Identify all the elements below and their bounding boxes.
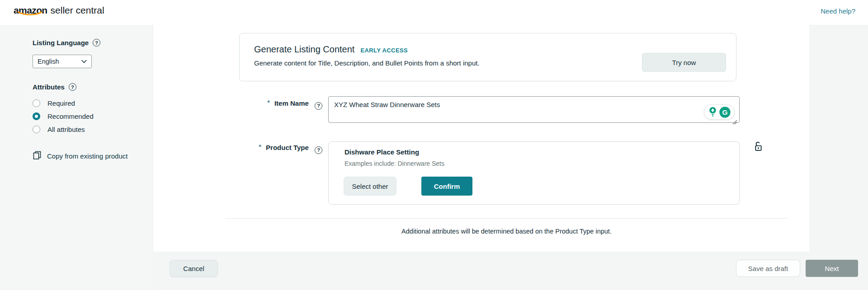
unlocked-padlock-icon bbox=[752, 140, 764, 154]
radio-label: Required bbox=[47, 99, 75, 107]
generate-card-title-row: Generate Listing Content EARLY ACCESS bbox=[254, 44, 408, 55]
chevron-down-icon bbox=[81, 60, 87, 63]
product-type-card: Dishware Place Setting Examples include:… bbox=[328, 141, 740, 205]
early-access-badge: EARLY ACCESS bbox=[360, 47, 408, 54]
grammarly-logo-icon[interactable]: G bbox=[719, 106, 731, 118]
grammarly-widget[interactable]: G bbox=[704, 104, 735, 120]
radio-label: Recommended bbox=[47, 112, 94, 120]
listing-language-select[interactable]: English bbox=[33, 55, 92, 68]
attributes-option-recommended[interactable]: Recommended bbox=[33, 112, 94, 120]
item-name-label: Item Name bbox=[274, 99, 309, 107]
radio-unselected-icon[interactable] bbox=[33, 99, 40, 107]
product-type-actions: Select other Confirm bbox=[344, 177, 472, 196]
amazon-wordmark: amazon bbox=[14, 5, 47, 16]
generate-card-subtitle: Generate content for Title, Description,… bbox=[254, 59, 480, 67]
confirm-button[interactable]: Confirm bbox=[421, 177, 472, 196]
generate-listing-content-card: Generate Listing Content EARLY ACCESS Ge… bbox=[239, 33, 736, 81]
required-asterisk: * bbox=[259, 143, 261, 150]
grammarly-suggestion-bulb-icon[interactable] bbox=[708, 106, 717, 118]
radio-unselected-icon[interactable] bbox=[33, 126, 40, 133]
copy-icon bbox=[33, 150, 42, 162]
copy-from-existing-product-link[interactable]: Copy from existing product bbox=[33, 150, 127, 162]
save-as-draft-button[interactable]: Save as draft bbox=[736, 260, 800, 277]
product-type-label-row: * Product Type ? bbox=[214, 143, 322, 154]
next-button[interactable]: Next bbox=[806, 260, 858, 277]
radio-label: All attributes bbox=[47, 126, 85, 133]
item-name-input[interactable]: XYZ Wheat Straw Dinnerware Sets bbox=[328, 96, 740, 123]
listing-language-label: Listing Language bbox=[33, 39, 89, 47]
need-help-link[interactable]: Need help? bbox=[821, 7, 855, 15]
listing-language-value: English bbox=[38, 58, 59, 65]
listing-language-label-row: Listing Language ? bbox=[33, 39, 100, 47]
cancel-button[interactable]: Cancel bbox=[170, 260, 218, 277]
product-type-selected-name: Dishware Place Setting bbox=[344, 148, 419, 156]
amazon-smile-icon bbox=[17, 7, 43, 18]
attributes-option-required[interactable]: Required bbox=[33, 99, 75, 107]
radio-selected-icon[interactable] bbox=[33, 112, 40, 120]
try-now-button[interactable]: Try now bbox=[642, 53, 726, 72]
product-type-examples: Examples include: Dinnerware Sets bbox=[344, 160, 444, 167]
item-name-label-row: * Item Name ? bbox=[214, 99, 322, 110]
listing-language-help-icon[interactable]: ? bbox=[93, 39, 100, 47]
attributes-option-all[interactable]: All attributes bbox=[33, 125, 85, 133]
additional-attributes-note: Additional attributes will be determined… bbox=[225, 228, 788, 235]
top-header: amazon seller central Need help? bbox=[0, 0, 868, 25]
seller-central-page: Listing Language ? English Attributes ? … bbox=[0, 0, 868, 290]
amazon-seller-central-logo[interactable]: amazon seller central bbox=[14, 5, 104, 16]
product-type-label: Product Type bbox=[266, 144, 309, 151]
select-other-button[interactable]: Select other bbox=[344, 177, 396, 196]
required-asterisk: * bbox=[267, 99, 269, 106]
seller-central-wordmark: seller central bbox=[51, 5, 104, 16]
section-divider bbox=[225, 218, 788, 219]
copy-from-existing-label: Copy from existing product bbox=[47, 152, 127, 160]
attributes-help-icon[interactable]: ? bbox=[69, 83, 76, 91]
main-panel: Generate Listing Content EARLY ACCESS Ge… bbox=[153, 25, 809, 252]
attributes-label-row: Attributes ? bbox=[33, 83, 76, 91]
generate-card-title: Generate Listing Content bbox=[254, 44, 354, 55]
item-name-help-icon[interactable]: ? bbox=[315, 102, 322, 110]
attributes-label: Attributes bbox=[33, 83, 65, 91]
textarea-resize-handle[interactable] bbox=[732, 118, 737, 126]
sidebar: Listing Language ? English Attributes ? … bbox=[0, 25, 153, 290]
product-type-help-icon[interactable]: ? bbox=[315, 146, 322, 154]
svg-text:G: G bbox=[722, 108, 727, 116]
